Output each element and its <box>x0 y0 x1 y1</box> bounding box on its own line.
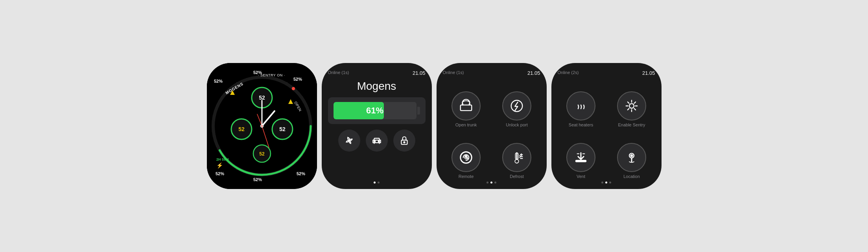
controls1-time: 21.05 <box>527 70 540 76</box>
car-button[interactable] <box>366 130 388 152</box>
controls2-status: Online (2s) <box>558 70 579 75</box>
vent-button[interactable] <box>566 143 595 172</box>
battery-status: Online (1s) <box>328 70 349 75</box>
svg-line-115 <box>634 108 636 110</box>
svg-point-95 <box>404 142 405 143</box>
car-name: Mogens <box>328 80 426 93</box>
svg-text:· SENTRY ON ·: · SENTRY ON · <box>258 73 285 77</box>
defrost-item[interactable]: Defrost <box>494 132 540 179</box>
dot-c2-1 <box>601 182 603 183</box>
dot-c2-3 <box>609 182 611 183</box>
location-label: Location <box>623 174 640 179</box>
svg-point-92 <box>374 141 375 142</box>
svg-point-109 <box>629 104 634 108</box>
svg-point-91 <box>348 140 350 141</box>
svg-text:52: 52 <box>279 126 286 132</box>
enable-sentry-item[interactable]: Enable Sentry <box>608 80 655 128</box>
app-screen-controls1: Online (1s) 21.05 <box>437 63 547 189</box>
page-dots-battery <box>328 179 426 183</box>
fan-button[interactable] <box>338 130 360 152</box>
svg-text:52%: 52% <box>293 77 302 82</box>
svg-point-120 <box>631 155 633 157</box>
dot-3 <box>494 182 496 183</box>
controls1-status: Online (1s) <box>443 70 464 75</box>
dot-inactive <box>378 182 380 183</box>
screens-container: MOGENS · SENTRY ON · OPEN 52% 52% 52% 52… <box>207 63 662 189</box>
battery-percentage: 61% <box>366 106 383 116</box>
remote-button[interactable] <box>452 143 481 172</box>
svg-point-93 <box>378 141 379 142</box>
enable-sentry-button[interactable] <box>617 91 646 120</box>
location-button[interactable] <box>617 143 646 172</box>
svg-text:52: 52 <box>259 151 265 157</box>
svg-rect-118 <box>576 160 586 162</box>
enable-sentry-label: Enable Sentry <box>618 122 645 128</box>
remote-label: Remote <box>459 174 474 179</box>
svg-rect-96 <box>461 105 472 110</box>
app-header-controls2: Online (2s) 21.05 <box>558 70 655 76</box>
svg-text:⚡: ⚡ <box>216 162 223 169</box>
remote-item[interactable]: Remote <box>443 132 490 179</box>
svg-text:2H 59M: 2H 59M <box>216 158 229 161</box>
svg-line-117 <box>628 108 629 110</box>
controls-screen-2: Online (2s) 21.05 Seat heaters <box>551 63 662 189</box>
seat-heaters-item[interactable]: Seat heaters <box>558 80 604 128</box>
defrost-button[interactable] <box>502 143 531 172</box>
unlock-port-item[interactable]: Unlock port <box>494 80 540 128</box>
dot-2-active <box>490 182 492 183</box>
svg-line-108 <box>520 156 520 157</box>
app-screen-controls2: Online (2s) 21.05 Seat heaters <box>551 63 662 189</box>
svg-point-90 <box>261 125 263 127</box>
unlock-port-label: Unlock port <box>506 122 528 128</box>
controls2-time: 21.05 <box>642 70 655 76</box>
svg-line-114 <box>628 102 629 104</box>
controls-grid-1: Open trunk Unlock port <box>443 80 540 179</box>
lock-button[interactable] <box>393 130 415 152</box>
unlock-port-button[interactable] <box>502 91 531 120</box>
dot-1 <box>487 182 488 183</box>
dot-active <box>374 182 376 183</box>
open-trunk-label: Open trunk <box>455 122 477 128</box>
defrost-label: Defrost <box>510 174 523 179</box>
svg-text:52%: 52% <box>253 70 262 75</box>
svg-text:52: 52 <box>238 126 245 132</box>
svg-line-116 <box>634 102 636 104</box>
app-header-battery: Online (1s) 21.05 <box>328 70 426 76</box>
action-buttons <box>328 130 426 152</box>
battery-container: 61% <box>328 97 426 124</box>
watch-face-screen: MOGENS · SENTRY ON · OPEN 52% 52% 52% 52… <box>207 63 317 189</box>
watch-face: MOGENS · SENTRY ON · OPEN 52% 52% 52% 52… <box>207 63 317 189</box>
app-header-controls1: Online (1s) 21.05 <box>443 70 540 76</box>
location-item[interactable]: Location <box>608 132 655 179</box>
app-screen-battery: Online (1s) 21.05 Mogens 61% <box>322 63 432 189</box>
svg-point-74 <box>292 87 295 90</box>
dot-c2-active <box>605 182 607 183</box>
page-dots-controls2 <box>558 179 655 183</box>
page-dots-controls1 <box>443 179 540 183</box>
battery-screen: Online (1s) 21.05 Mogens 61% <box>322 63 432 189</box>
open-trunk-button[interactable] <box>452 91 481 120</box>
seat-heaters-button[interactable] <box>566 91 595 120</box>
open-trunk-item[interactable]: Open trunk <box>443 80 490 128</box>
controls-screen-1: Online (1s) 21.05 <box>437 63 547 189</box>
svg-text:52%: 52% <box>253 177 262 182</box>
vent-label: Vent <box>577 174 585 179</box>
seat-heaters-label: Seat heaters <box>569 122 593 128</box>
svg-text:52%: 52% <box>214 79 223 83</box>
battery-time: 21.05 <box>413 70 426 76</box>
controls-grid-2: Seat heaters <box>558 80 655 179</box>
svg-text:52%: 52% <box>297 171 305 176</box>
vent-item[interactable]: Vent <box>558 132 604 179</box>
svg-text:52%: 52% <box>216 171 224 176</box>
